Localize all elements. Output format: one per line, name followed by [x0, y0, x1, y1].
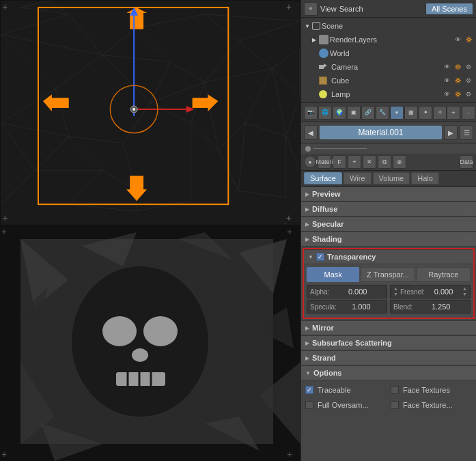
- scene-row-lamp[interactable]: Lamp 👁 🔅 ⚙: [301, 87, 476, 101]
- mirror-dots: ···: [465, 325, 472, 331]
- modifier-props-icon[interactable]: 🔧: [376, 106, 389, 120]
- physics-props-icon[interactable]: ⚛: [433, 106, 447, 120]
- specula-value: 1.000: [339, 303, 384, 311]
- raytrace-button[interactable]: Raytrace: [417, 267, 471, 282]
- fresnel-up[interactable]: ▲: [393, 286, 398, 292]
- viewport-top[interactable]: + + + + ⋮: [0, 0, 300, 225]
- section-options[interactable]: ▼ Options: [301, 365, 476, 380]
- mat-del-btn[interactable]: ✕: [363, 155, 376, 169]
- blend-label: Blend:: [393, 303, 412, 311]
- f-btn[interactable]: F: [333, 155, 346, 169]
- expand-icon-rl: ▶: [311, 36, 318, 43]
- scene-row-camera[interactable]: Camera 👁 🔅 ⚙: [301, 60, 476, 74]
- cam-extra-icon[interactable]: ⚙: [464, 62, 473, 72]
- search-label[interactable]: Search: [339, 5, 363, 13]
- transparency-arrow: ▼: [308, 254, 313, 260]
- blend-field[interactable]: Blend: 1.250: [390, 300, 471, 313]
- section-sss[interactable]: ▶ Subsurface Scattering ···: [301, 335, 476, 350]
- fresnel-down[interactable]: ▼: [393, 292, 398, 297]
- traceable-checkbox[interactable]: ✓: [305, 386, 313, 394]
- fresnel-up2[interactable]: ▲: [462, 286, 467, 292]
- render-props-icon[interactable]: 📷: [304, 106, 318, 120]
- props-content[interactable]: ▶ Preview ··· ▶ Diffuse ··· ▶ Specular ·…: [301, 186, 476, 461]
- fresnel-field[interactable]: ▲ ▼ Fresnel: 0.000 ▲ ▼: [390, 285, 471, 298]
- svg-point-81: [102, 316, 137, 346]
- lamp-icon: [319, 90, 327, 98]
- alpha-field[interactable]: Alpha: 0.000: [307, 285, 387, 298]
- svg-text:+: +: [287, 449, 292, 460]
- volume-tab[interactable]: Volume: [373, 172, 410, 184]
- section-specular[interactable]: ▶ Specular ···: [301, 216, 476, 232]
- scene-props-icon[interactable]: 🌐: [318, 106, 332, 120]
- material-props-icon[interactable]: ●: [390, 106, 404, 120]
- world-props-icon[interactable]: 🌍: [333, 106, 346, 120]
- render-icon[interactable]: 🔅: [464, 35, 473, 44]
- all-scenes-tab[interactable]: All Scenes: [425, 3, 473, 15]
- particle-props-icon[interactable]: ✦: [419, 106, 432, 120]
- materi-btn[interactable]: Materi: [318, 155, 331, 169]
- preview-arrow: ▶: [305, 191, 309, 197]
- render-layers-label: RenderLayers: [330, 36, 451, 44]
- transparency-checkbox[interactable]: ✓: [316, 253, 324, 261]
- mat-sphere-icon: ●: [309, 159, 312, 165]
- wire-tab[interactable]: Wire: [344, 172, 372, 184]
- section-strand[interactable]: ▶ Strand ···: [301, 350, 476, 365]
- texture-props-icon[interactable]: ▦: [404, 106, 418, 120]
- halo-tab[interactable]: Halo: [411, 172, 439, 184]
- camera-vis-icon[interactable]: 👁: [453, 35, 462, 44]
- add-icon[interactable]: +: [447, 106, 460, 120]
- remove-icon[interactable]: -: [462, 106, 475, 120]
- material-name-button[interactable]: Material.001: [320, 126, 442, 139]
- scene-row-world[interactable]: World: [301, 46, 476, 60]
- z-transp-button[interactable]: Z Transpar...: [361, 267, 415, 282]
- fresnel-down2[interactable]: ▼: [462, 292, 467, 297]
- row-icons-rl: 👁 🔅: [453, 35, 473, 44]
- section-transparency[interactable]: ▼ ✓ Transparency ···: [304, 249, 473, 264]
- scene-row-cube[interactable]: Cube 👁 🔅 ⚙: [301, 74, 476, 87]
- face-texture2-checkbox[interactable]: [391, 401, 399, 409]
- constraint-props-icon[interactable]: 🔗: [361, 106, 375, 120]
- scene-row-renderlayers[interactable]: ▶ RenderLayers 👁 🔅: [301, 33, 476, 46]
- full-oversam-checkbox[interactable]: [305, 401, 313, 409]
- section-preview[interactable]: ▶ Preview ···: [301, 186, 476, 201]
- mat-prev-btn[interactable]: ◀: [304, 125, 318, 140]
- outliner-icon[interactable]: ≡: [304, 2, 318, 16]
- lamp-vis-icon[interactable]: 👁: [442, 89, 451, 99]
- world-icon: [319, 48, 328, 58]
- scene-row-scene[interactable]: ▼ Scene: [301, 19, 476, 33]
- mat-copy-btn[interactable]: ⧉: [378, 155, 391, 169]
- header-bar: ≡ View Search All Scenes: [301, 0, 476, 18]
- lamp-render-icon[interactable]: 🔅: [453, 89, 462, 99]
- mat-data-btn[interactable]: Data: [460, 155, 473, 169]
- view-label[interactable]: View: [320, 5, 337, 13]
- expand-icon: ▼: [304, 23, 311, 29]
- camera-label: Camera: [331, 63, 440, 71]
- mat-options-btn[interactable]: ☰: [460, 125, 473, 140]
- mat-sphere-btn[interactable]: ●: [304, 156, 316, 168]
- header-tab-group: All Scenes: [425, 3, 473, 15]
- section-shading[interactable]: ▶ Shading ···: [301, 232, 476, 247]
- mat-link-btn[interactable]: ⊕: [393, 155, 406, 169]
- cube-vis-icon[interactable]: 👁: [442, 76, 451, 85]
- surface-tab[interactable]: Surface: [304, 172, 342, 184]
- mat-next-btn[interactable]: ▶: [444, 125, 458, 140]
- material-name-bar: ◀ Material.001 ▶ ☰: [301, 122, 476, 143]
- svg-text:+: +: [2, 212, 8, 223]
- cam-vis-icon[interactable]: 👁: [442, 62, 451, 72]
- section-diffuse[interactable]: ▶ Diffuse ···: [301, 201, 476, 216]
- options-content: ✓ Traceable Face Textures Full Oversam..…: [301, 380, 476, 415]
- object-props-icon[interactable]: ▣: [347, 106, 361, 120]
- cube-extra-icon[interactable]: ⚙: [464, 76, 473, 85]
- mat-add-btn[interactable]: +: [348, 155, 361, 169]
- mat-dot: [305, 146, 311, 152]
- options-arrow: ▼: [305, 370, 311, 376]
- svg-rect-0: [1, 1, 299, 225]
- face-textures-checkbox[interactable]: [391, 386, 399, 394]
- lamp-extra-icon[interactable]: ⚙: [464, 89, 473, 99]
- cube-render-icon[interactable]: 🔅: [453, 76, 462, 85]
- section-mirror[interactable]: ▶ Mirror ···: [301, 320, 476, 335]
- face-textures-row: Face Textures: [391, 383, 472, 397]
- cam-render-icon[interactable]: 🔅: [453, 62, 462, 72]
- mask-button[interactable]: Mask: [307, 267, 359, 282]
- specula-field[interactable]: Specula: 1.000: [307, 300, 387, 313]
